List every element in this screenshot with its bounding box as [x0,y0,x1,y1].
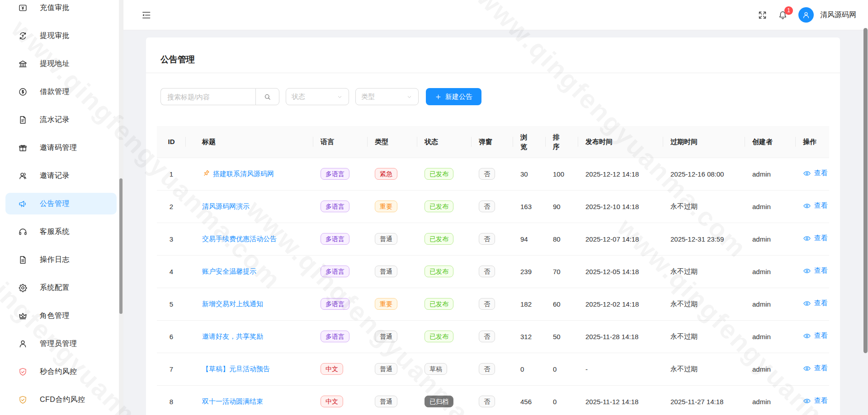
sidebar-item-11[interactable]: 角色管理 [5,305,117,326]
fullscreen-icon [758,10,767,20]
announcements-table-wrap: ID标题语言类型状态弹窗浏览排序发布时间过期时间创建者操作 1搭建联系清风源码网… [157,126,829,415]
cell-status: 已发布 [417,223,472,255]
collapse-sidebar-button[interactable] [141,10,151,20]
view-action[interactable]: 查看 [803,331,828,340]
announcement-title-link[interactable]: 邀请好友，共享奖励 [202,332,263,340]
table-row: 6邀请好友，共享奖励多语言普通已发布否312502025-11-28 14:18… [157,320,829,353]
sidebar-item-0[interactable]: 充值审批 [5,0,117,19]
cell-publish: 2025-12-07 14:18 [578,223,663,255]
announcement-title-link[interactable]: 交易手续费优惠活动公告 [202,235,277,242]
megaphone-icon [18,199,28,209]
search-group [160,88,279,105]
cell-creator: admin [745,255,796,288]
type-select[interactable]: 类型 [355,88,419,105]
cell-popup: 否 [472,255,513,288]
sidebar-scrollbar-thumb[interactable] [119,178,123,314]
announcement-title-link[interactable]: 新增交易对上线通知 [202,300,263,308]
sidebar-item-14[interactable]: CFD合约风控 [5,389,117,410]
announcement-title-link[interactable]: 双十一活动圆满结束 [202,397,263,405]
sidebar-item-8[interactable]: 客服系统 [5,221,117,242]
table-row: 1搭建联系清风源码网多语言紧急已发布否301002025-12-12 14:18… [157,158,829,190]
eye-icon [803,267,811,275]
announcement-title-link[interactable]: 清风源码网演示 [202,202,250,210]
cell-status: 已发布 [417,320,472,353]
announcement-title-link[interactable]: 【草稿】元旦活动预告 [202,365,270,373]
avatar[interactable] [798,7,814,23]
cell-popup: 否 [472,190,513,223]
cell-language: 多语言 [313,288,368,320]
sidebar-item-12[interactable]: 管理员管理 [5,333,117,354]
page-scrollbar-thumb[interactable] [863,28,868,353]
cell-creator: admin [745,320,796,353]
view-action[interactable]: 查看 [803,201,828,210]
announcement-title-link[interactable]: 搭建联系清风源码网 [213,170,274,177]
sidebar-item-7[interactable]: 公告管理 [5,193,117,214]
popup-tag: 否 [479,298,495,310]
sidebar-item-3[interactable]: 借款管理 [5,81,117,103]
cell-id: 2 [157,190,186,223]
cell-popup: 否 [472,288,513,320]
cell-views: 239 [513,255,546,288]
cell-expire: 永不过期 [663,288,745,320]
sidebar-item-13[interactable]: 秒合约风控 [5,361,117,382]
view-action[interactable]: 查看 [803,299,828,308]
sidebar: 充值审批提现审批提现地址借款管理流水记录邀请码管理邀请记录公告管理客服系统操作日… [0,0,123,415]
search-input[interactable] [160,88,255,105]
cell-title: 新增交易对上线通知 [186,288,313,320]
popup-tag: 否 [479,168,495,180]
view-action[interactable]: 查看 [803,266,828,275]
cell-expire: 永不过期 [663,190,745,223]
sidebar-item-2[interactable]: 提现地址 [5,53,117,75]
create-announcement-button[interactable]: 新建公告 [426,88,481,105]
column-header-status: 状态 [417,126,472,158]
eye-icon [803,364,811,373]
cell-type: 普通 [368,223,417,255]
view-action[interactable]: 查看 [803,169,828,177]
username[interactable]: 清风源码网 [820,10,856,20]
chevron-down-icon [406,93,413,100]
sidebar-item-9[interactable]: 操作日志 [5,249,117,270]
fullscreen-button[interactable] [758,10,767,20]
sidebar-item-label: 借款管理 [40,87,70,97]
cell-popup: 否 [472,223,513,255]
sidebar-item-5[interactable]: 邀请码管理 [5,137,117,159]
search-button[interactable] [255,88,279,105]
language-tag: 多语言 [321,331,349,342]
status-select[interactable]: 状态 [286,88,349,105]
status-tag: 已发布 [425,201,453,212]
view-action[interactable]: 查看 [803,234,828,242]
sidebar-item-label: 管理员管理 [40,339,77,349]
sidebar-item-label: 流水记录 [40,115,70,125]
sidebar-item-1[interactable]: 提现审批 [5,25,117,47]
sidebar-item-10[interactable]: 系统配置 [5,277,117,298]
create-announcement-label: 新建公告 [445,93,472,101]
cell-publish: 2025-12-10 14:18 [578,190,663,223]
cell-views: 30 [513,158,546,190]
table-row: 7【草稿】元旦活动预告中文普通草稿否00-永不过期admin查看 [157,353,829,385]
headset-icon [18,227,28,237]
eye-icon [803,202,811,210]
announcement-card: 公告管理 状态 类型 新建公告 [146,37,840,415]
sidebar-item-6[interactable]: 邀请记录 [5,165,117,187]
announcement-title-link[interactable]: 账户安全温馨提示 [202,267,256,275]
view-action[interactable]: 查看 [803,364,828,373]
cell-publish: 2025-11-12 14:18 [578,385,663,415]
cell-creator: admin [745,190,796,223]
page-scrollbar[interactable] [863,0,868,415]
sidebar-item-4[interactable]: 流水记录 [5,109,117,131]
cell-popup: 否 [472,320,513,353]
cell-views: 0 [513,353,546,385]
popup-tag: 否 [479,201,495,212]
popup-tag: 否 [479,266,495,277]
sidebar-item-label: 充值审批 [40,3,70,13]
cell-action: 查看 [796,190,829,223]
sidebar-scrollbar[interactable] [119,0,123,415]
notification-badge: 1 [784,6,793,15]
notifications-button[interactable]: 1 [778,10,788,20]
search-icon [264,93,271,101]
sidebar-item-label: 角色管理 [40,311,70,321]
language-tag: 多语言 [321,298,349,310]
chevron-down-icon [406,93,413,100]
cell-creator: admin [745,223,796,255]
view-action[interactable]: 查看 [803,396,828,405]
